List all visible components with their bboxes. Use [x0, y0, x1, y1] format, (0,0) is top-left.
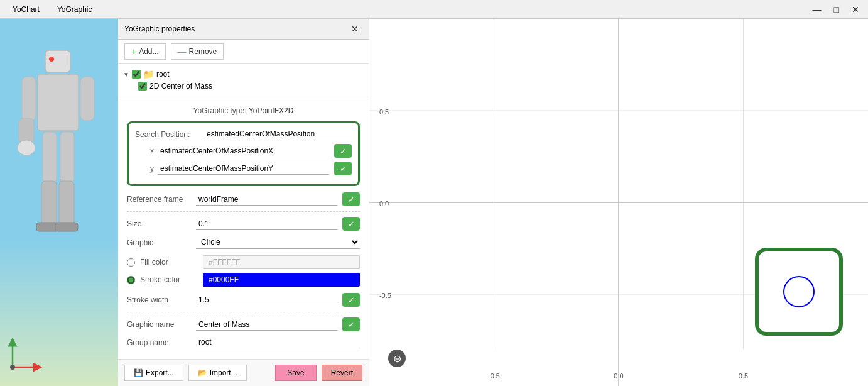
- reference-frame-input[interactable]: [196, 194, 337, 206]
- graphic-select[interactable]: Circle Square Cross: [196, 236, 360, 249]
- robot-background: [0, 19, 118, 386]
- svg-point-1: [49, 57, 54, 62]
- axis-indicator: [6, 336, 44, 373]
- stroke-width-label: Stroke width: [127, 295, 196, 304]
- size-row: Size ✓: [127, 217, 360, 231]
- fill-color-radio[interactable]: [127, 258, 135, 267]
- import-button[interactable]: 📂 Import...: [188, 365, 247, 381]
- yographic-type-header: YoGraphic type: YoPointFX2D: [127, 102, 360, 121]
- import-icon: 📂: [198, 368, 207, 377]
- main-layout: YoGraphic properties ✕ + Add... — Remove…: [0, 19, 868, 386]
- stroke-color-row: Stroke color #0000FF: [127, 273, 360, 287]
- svg-rect-0: [45, 50, 70, 72]
- svg-rect-8: [60, 132, 74, 182]
- dialog-title-bar: YoGraphic properties ✕: [118, 19, 369, 40]
- preview-circle: [783, 276, 815, 307]
- check-reference-button[interactable]: ✓: [342, 192, 360, 206]
- tree-root-label: root: [156, 70, 170, 79]
- x-axis-label-zero: 0.0: [614, 372, 623, 380]
- window-controls: — □ ✕: [809, 3, 863, 16]
- dialog-title: YoGraphic properties: [124, 25, 195, 33]
- svg-rect-2: [38, 74, 79, 131]
- remove-button[interactable]: — Remove: [171, 43, 224, 60]
- graphic-name-input[interactable]: [196, 319, 337, 331]
- graphic-row: Graphic Circle Square Cross: [127, 236, 360, 249]
- maximize-button[interactable]: □: [830, 3, 843, 16]
- stroke-color-value[interactable]: #0000FF: [203, 273, 360, 287]
- divider-1: [127, 211, 360, 212]
- import-label: Import...: [210, 368, 237, 377]
- check-stroke-button[interactable]: ✓: [342, 293, 360, 307]
- svg-rect-4: [19, 118, 34, 143]
- fill-color-value[interactable]: #FFFFFF: [203, 255, 360, 269]
- graphic-label: Graphic: [127, 238, 196, 247]
- stroke-color-label: Stroke color: [140, 275, 203, 284]
- search-position-row: Search Position:: [135, 128, 352, 140]
- y-axis-label-pos: 0.5: [379, 108, 389, 116]
- props-footer: 💾 Export... 📂 Import... Save Revert: [118, 359, 369, 386]
- group-name-label: Group name: [127, 338, 196, 347]
- check-graphicname-button[interactable]: ✓: [342, 317, 360, 331]
- chart-area: -0.5 0.0 0.5 0.5 0.0 -0.5 ⊖: [369, 19, 868, 386]
- search-y-input[interactable]: [158, 163, 329, 175]
- tree-child-item[interactable]: 2D Center of Mass: [138, 80, 364, 92]
- robot-figure: [0, 44, 118, 346]
- zoom-out-button[interactable]: ⊖: [388, 350, 406, 367]
- divider-2: [127, 312, 360, 312]
- type-value: YoPointFX2D: [249, 106, 294, 115]
- graphic-name-row: Graphic name ✓: [127, 317, 360, 331]
- tree-arrow-icon: ▼: [123, 71, 129, 78]
- preview-box: [755, 248, 843, 336]
- search-position-box: Search Position: x ✓ y ✓: [127, 121, 360, 186]
- search-position-label: Search Position:: [135, 130, 204, 139]
- add-icon: +: [131, 47, 136, 57]
- y-axis-label-zero: 0.0: [379, 200, 389, 207]
- color-section: Fill color #FFFFFF Stroke color #0000FF: [127, 255, 360, 287]
- stroke-width-input[interactable]: [196, 294, 337, 306]
- fill-color-row: Fill color #FFFFFF: [127, 255, 360, 269]
- title-bar-tabs: YoChart YoGraphic: [5, 3, 100, 16]
- x-axis-label-pos: 0.5: [739, 372, 748, 380]
- dialog-close-button[interactable]: ✕: [347, 23, 362, 35]
- group-name-input[interactable]: [196, 336, 360, 348]
- check-x-button[interactable]: ✓: [334, 144, 352, 158]
- check-y-button[interactable]: ✓: [334, 162, 352, 175]
- tree-child-label: 2D Center of Mass: [149, 82, 212, 91]
- footer-right: Save Revert: [275, 365, 362, 381]
- revert-button[interactable]: Revert: [322, 365, 362, 381]
- search-x-row: x ✓: [135, 144, 352, 158]
- reference-frame-label: Reference frame: [127, 195, 196, 204]
- add-button[interactable]: + Add...: [124, 43, 166, 60]
- search-position-input[interactable]: [204, 128, 352, 140]
- tab-yochart[interactable]: YoChart: [5, 3, 47, 16]
- title-bar: YoChart YoGraphic — □ ✕: [0, 0, 868, 19]
- export-button[interactable]: 💾 Export...: [124, 365, 183, 381]
- minimize-button[interactable]: —: [809, 3, 825, 16]
- svg-point-15: [10, 365, 15, 370]
- x-axis-label-neg: -0.5: [488, 372, 500, 380]
- y-label: y: [135, 164, 154, 173]
- folder-icon: 📁: [143, 69, 154, 79]
- tab-yographic[interactable]: YoGraphic: [50, 3, 100, 16]
- tree-view: ▼ 📁 root 2D Center of Mass: [118, 64, 369, 96]
- tree-child-checkbox[interactable]: [138, 82, 147, 91]
- tree-root-item[interactable]: ▼ 📁 root: [123, 68, 364, 80]
- tree-root-checkbox[interactable]: [132, 70, 141, 79]
- check-size-button[interactable]: ✓: [342, 217, 360, 231]
- close-button[interactable]: ✕: [848, 3, 863, 16]
- remove-label: Remove: [189, 47, 217, 56]
- form-area: YoGraphic type: YoPointFX2D Search Posit…: [118, 96, 369, 359]
- svg-rect-7: [41, 181, 57, 225]
- y-axis-label-neg: -0.5: [379, 292, 391, 299]
- size-input[interactable]: [196, 218, 337, 230]
- search-y-row: y ✓: [135, 162, 352, 175]
- search-x-input[interactable]: [158, 145, 329, 157]
- add-label: Add...: [139, 47, 158, 56]
- stroke-color-radio[interactable]: [127, 276, 135, 284]
- size-label: Size: [127, 219, 196, 228]
- fill-color-label: Fill color: [140, 258, 203, 267]
- save-button[interactable]: Save: [275, 365, 316, 381]
- type-label: YoGraphic type:: [193, 106, 247, 115]
- group-name-row: Group name: [127, 336, 360, 348]
- svg-rect-11: [55, 223, 78, 231]
